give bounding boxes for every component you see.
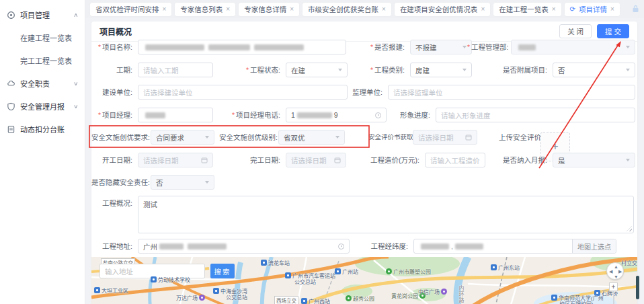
map-search-button[interactable]: 搜索 <box>210 264 235 278</box>
close-icon[interactable]: × <box>481 5 485 13</box>
address-field: 工程地址: 广州 <box>94 239 350 254</box>
close-icon[interactable]: × <box>163 5 167 13</box>
progress-input[interactable]: 请输入形象进度 <box>436 108 635 122</box>
map-label: 劳动技术学校 <box>151 276 190 283</box>
map-label: 越秀公园 <box>346 295 374 302</box>
sidebar-item-project-management[interactable]: 项目管理 ∧ <box>0 3 85 26</box>
required-mark: * <box>467 43 470 51</box>
required-mark: * <box>370 43 373 51</box>
close-icon[interactable]: × <box>552 5 556 13</box>
category-select[interactable]: 房建 <box>410 63 472 77</box>
map-label: 中信广场 <box>418 288 447 295</box>
map-label: 公交总站 <box>226 293 247 301</box>
sidebar-item-safety-monthly-report[interactable]: 安全管理月报 ∨ <box>0 95 85 118</box>
chevron-up-icon: ∧ <box>73 12 79 18</box>
monthly-field: 是否纳入月报: 是 <box>494 153 635 167</box>
scrollbar-thumb[interactable] <box>636 276 639 299</box>
tab-project-detail[interactable]: ⟳项目详情× <box>565 3 620 16</box>
status-field: *工程状态: 在建 <box>241 63 348 77</box>
map-pick-button[interactable]: 地图上选点 <box>572 239 616 253</box>
map-label: 广州西站 <box>301 297 330 304</box>
map-pan-control[interactable]: ▲ ▼ ◀ ▶ <box>606 262 624 280</box>
submit-button[interactable]: 提 交 <box>597 24 629 38</box>
sidebar-item-dynamic-deduction-ledger[interactable]: 动态扣分台账 <box>0 118 85 141</box>
manager-phone-input[interactable]: 19 <box>286 108 387 122</box>
cost-field: 工程造价(万元): 请输入工程造价 <box>363 153 485 167</box>
eng-dept-select[interactable] <box>511 40 635 54</box>
chevron-down-icon <box>626 46 630 48</box>
end-date-picker[interactable]: 请选择日期 <box>286 153 346 167</box>
manager-input[interactable] <box>138 108 213 122</box>
redacted-text <box>254 44 304 50</box>
overview-textarea[interactable]: 测试 <box>138 196 634 233</box>
tab-province-schedule[interactable]: 省双优检评时间安排× <box>90 3 171 16</box>
status-select[interactable]: 在建 <box>286 63 348 77</box>
sidebar-item-completed-projects[interactable]: 完工工程一览表 <box>0 49 85 72</box>
start-date-field: 开工日期: 请选择日期 <box>94 153 213 167</box>
latlng-input[interactable]: ,地图上选点 <box>413 239 616 254</box>
station-icon <box>335 268 341 274</box>
end-date-field: 完工日期: 请选择日期 <box>241 153 346 167</box>
refresh-icon[interactable]: ⟳ <box>570 6 575 13</box>
zoom-slider[interactable] <box>613 291 614 304</box>
tab-expert-detail[interactable]: 专家信息详情× <box>239 3 299 16</box>
tab-city-award-ledger[interactable]: 市级安全创优获奖台账× <box>303 3 391 16</box>
safety-level-select[interactable]: 省双优 <box>278 130 345 145</box>
safety-level-field: 安全文施创优级别: 省双优 <box>219 130 345 145</box>
sidebar-item-inprogress-projects[interactable]: 在建工程一览表 <box>0 26 85 49</box>
chevron-down-icon <box>205 181 209 184</box>
tab-inprogress-safety-status[interactable]: 在建项目安全创优情况表× <box>395 3 490 16</box>
map-label: 西场立交 <box>274 296 298 304</box>
eval-date-picker[interactable]: 请选择日期 <box>413 130 477 145</box>
close-icon[interactable]: × <box>382 5 386 13</box>
lock-icon <box>632 5 639 13</box>
construction-unit-input[interactable]: 请选择建设单位 <box>138 85 348 100</box>
plus-icon: + <box>552 141 558 153</box>
park-icon <box>386 268 392 274</box>
map-label: 广州东站 <box>491 264 520 271</box>
mall-icon <box>199 295 205 301</box>
map-label: 广州市雕塑公园 <box>386 268 431 275</box>
redacted-text <box>159 243 184 250</box>
close-icon[interactable]: × <box>610 5 614 13</box>
safety-req-select[interactable]: 合同要求 <box>151 130 214 145</box>
station-icon <box>213 288 219 294</box>
address-input[interactable]: 广州 <box>138 239 350 254</box>
close-icon[interactable]: × <box>226 5 230 13</box>
circle-icon <box>375 112 381 118</box>
report-build-field: *是否报建: 不报建 <box>363 40 472 54</box>
cost-input[interactable]: 请输入工程造价 <box>425 153 485 167</box>
close-icon[interactable]: × <box>290 5 294 13</box>
latlng-field: 工程经纬度: ,地图上选点 <box>366 239 616 254</box>
chevron-down-icon <box>462 46 467 48</box>
affiliated-select[interactable]: 否 <box>553 63 635 77</box>
monthly-select[interactable]: 是 <box>553 153 635 167</box>
close-button[interactable]: 关 闭 <box>559 24 592 38</box>
report-build-select[interactable]: 不报建 <box>410 40 472 54</box>
tab-expert-list[interactable]: 专家信息列表× <box>175 3 235 16</box>
required-mark: * <box>232 111 235 119</box>
sidebar-item-safety-duty[interactable]: 安全职责 ∨ <box>0 72 85 95</box>
station-icon <box>261 260 267 266</box>
supervision-unit-input[interactable]: 请选择监理单位 <box>388 85 635 100</box>
ledger-icon <box>7 125 15 134</box>
chevron-down-icon <box>338 69 342 71</box>
map-panel[interactable]: 盐南公路立交 输入地址 搜索 流花车站 劳动技术学校 大坦工业区 万达广场 中海… <box>91 257 637 304</box>
tab-inprogress-projects[interactable]: 在建工程一览表× <box>493 3 561 16</box>
manager-field: *项目经理: <box>94 108 213 122</box>
duration-input[interactable]: 请输入工期 <box>138 63 213 77</box>
redacted-text <box>297 112 332 118</box>
start-date-picker[interactable]: 请选择日期 <box>138 153 213 167</box>
hide-safety-select[interactable]: 否 <box>151 175 214 190</box>
hide-safety-field: 是否隐藏安全责任: 否 <box>91 175 214 190</box>
chevron-down-icon <box>626 69 630 71</box>
sidebar-item-label: 安全管理月报 <box>20 101 65 112</box>
zoom-in-button[interactable]: + <box>609 282 618 291</box>
sidebar-item-label: 动态扣分台账 <box>20 124 65 135</box>
project-name-input[interactable] <box>138 40 346 54</box>
sidebar-item-label: 安全职责 <box>20 78 50 89</box>
redacted-text <box>208 44 250 50</box>
card-header: 项目概况 关 闭 提 交 <box>91 22 637 42</box>
calendar-icon <box>465 134 472 141</box>
chevron-down-icon <box>335 136 339 139</box>
